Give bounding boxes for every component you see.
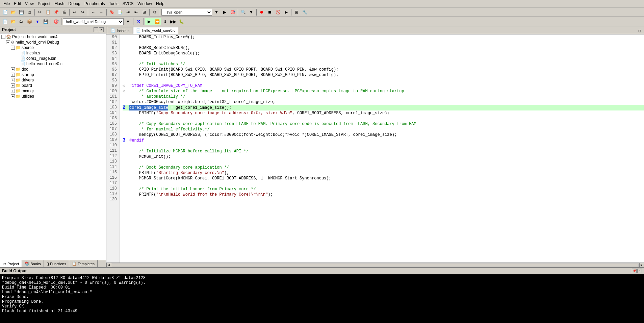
run-btn[interactable]: ▶ [282, 8, 290, 16]
toggle-btn[interactable]: ⊞ [140, 8, 148, 16]
code-line-96[interactable]: GPIO_PinInit(BOARD_SW1_GPIO, BOARD_SW1_G… [123, 67, 644, 72]
menu-svcs[interactable]: SVCS [121, 1, 136, 7]
code-line-115[interactable]: PRINTF("Starting Secondary core.\n"); [123, 170, 644, 176]
code-line-94[interactable] [123, 56, 644, 61]
group-btn[interactable]: 📦 [26, 18, 33, 25]
code-line-91[interactable] [123, 40, 644, 45]
save-btn[interactable]: 💾 [18, 8, 25, 16]
menu-debug[interactable]: Debug [67, 1, 82, 7]
tree-item-utilities[interactable]: +📁utilities [1, 94, 105, 99]
print-btn[interactable]: 🖨 [60, 8, 68, 16]
code-line-119[interactable]: PRINTF("\r\nHello World from the Primary… [123, 192, 644, 197]
code-line-113[interactable] [123, 159, 644, 165]
tree-item-debug[interactable]: −⚙hello_world_cm4 Debug [1, 40, 105, 45]
code-line-99[interactable]: ◁#ifdef CORE1_IMAGE_COPY_TO_RAM [123, 83, 644, 89]
tab-functions[interactable]: {} Functions [44, 260, 69, 267]
code-content[interactable]: BOARD_InitPins_Core0(); BOARD_BootClockR… [120, 34, 644, 203]
bookmark-btn[interactable]: 🔖 [108, 8, 115, 16]
code-line-93[interactable]: BOARD_InitDebugConsole(); [123, 51, 644, 56]
tab-core0[interactable]: 📄 hello_world_core0.c [133, 27, 178, 34]
menu-flash[interactable]: Flash [52, 1, 66, 7]
menu-tools[interactable]: Tools [107, 1, 121, 7]
build-btn[interactable]: ▶ [145, 18, 153, 25]
run2-btn[interactable]: ▶▶ [170, 18, 177, 25]
function-dropdown[interactable]: _sys_open [161, 9, 212, 16]
code-line-97[interactable]: GPIO_PinInit(BOARD_SW2_GPIO, BOARD_SW2_G… [123, 72, 644, 78]
tree-item-incbin[interactable]: 📄incbin.s [1, 50, 105, 56]
new2-btn[interactable]: 📄 [1, 18, 9, 25]
build-target-btn[interactable]: ⚒ [135, 18, 142, 25]
paste-btn[interactable]: 📌 [52, 8, 60, 16]
code-line-111[interactable]: /* Initialize MCMGR before calling its A… [123, 149, 644, 154]
tree-item-core0[interactable]: 📄hello_world_core0.c [1, 61, 105, 67]
menu-project[interactable]: Project [36, 1, 52, 7]
code-line-117[interactable] [123, 181, 644, 187]
scroll-right-btn[interactable]: ▶ [639, 263, 644, 268]
dropdown-go-btn[interactable]: ▼ [213, 8, 220, 16]
code-line-112[interactable]: MCMGR_Init(); [123, 154, 644, 159]
go-btn[interactable]: ▶ [221, 8, 228, 16]
tools-btn[interactable]: 🔧 [301, 8, 308, 16]
code-line-105[interactable] [123, 116, 644, 121]
record-btn[interactable]: ⏺ [258, 8, 265, 16]
tree-toggle-startup[interactable]: + [11, 73, 15, 77]
new-btn[interactable]: 📄 [1, 8, 9, 16]
scroll-left-btn[interactable]: ◀ [106, 263, 111, 268]
maximize-editor-btn[interactable]: ⊟ [637, 28, 643, 34]
menu-file[interactable]: File [1, 1, 12, 7]
code-line-101[interactable]: * automatically */ [123, 94, 644, 99]
save2-btn[interactable]: 💾 [42, 18, 49, 25]
tree-toggle-utilities[interactable]: + [11, 94, 15, 98]
tab-books[interactable]: 📚 Books [22, 260, 44, 267]
code-line-90[interactable]: BOARD_InitPins_Core0(); [123, 34, 644, 40]
code-line-106[interactable]: /* Copy Secondary core application from … [123, 121, 644, 127]
code-line-108[interactable]: memcpy(CORE1_BOOT_ADDRESS, ("color:#0000… [123, 132, 644, 138]
cancel-btn[interactable]: 🚫 [274, 8, 282, 16]
build-output-close-btn[interactable]: × [637, 269, 642, 273]
menu-window[interactable]: Window [135, 1, 154, 7]
open2-btn[interactable]: 📂 [9, 18, 17, 25]
indent-btn[interactable]: ⇥ [124, 8, 132, 16]
panel-close-btn[interactable]: × [99, 27, 104, 32]
tree-item-doc[interactable]: +📁doc [1, 67, 105, 72]
code-line-107[interactable]: * for maximal effectivity.*/ [123, 127, 644, 132]
group2-btn[interactable]: ▼ [34, 18, 41, 25]
debug-run-btn[interactable]: 🐛 [178, 18, 185, 25]
tree-toggle-drivers[interactable]: + [11, 78, 15, 82]
code-line-104[interactable]: PRINTF("Copy Secondary core image to add… [123, 110, 644, 116]
tab-templates[interactable]: 📋 Templates [69, 260, 98, 267]
menu-view[interactable]: View [23, 1, 36, 7]
code-line-118[interactable]: /* Print the initial banner from Primary… [123, 187, 644, 192]
code-line-120[interactable] [123, 197, 644, 203]
code-line-109[interactable]: 3#endif [123, 138, 644, 143]
tree-item-board[interactable]: +📁board [1, 83, 105, 88]
scroll-track[interactable] [112, 264, 639, 267]
tree-item-startup[interactable]: +📁startup [1, 72, 105, 77]
redo-btn[interactable]: ↪ [79, 8, 86, 16]
code-line-114[interactable]: /* Boot Secondary core application */ [123, 165, 644, 170]
workspace-btn[interactable]: 🗂 [18, 18, 25, 25]
forward-btn[interactable]: → [98, 8, 105, 16]
download-btn[interactable]: ⬇ [161, 18, 169, 25]
tree-item-source[interactable]: −📁source [1, 45, 105, 50]
bookmark2-btn[interactable]: 📑 [116, 8, 124, 16]
unindent-btn[interactable]: ⇤ [132, 8, 140, 16]
tree-item-mcmgr[interactable]: +📁mcmgr [1, 88, 105, 94]
tree-toggle-source[interactable]: − [11, 46, 15, 50]
tab-incbin[interactable]: 📄 incbin.s [108, 27, 132, 34]
search-btn[interactable]: 🔍 [239, 8, 247, 16]
search2-btn[interactable]: ▼ [248, 8, 255, 16]
code-line-102[interactable]: "color:#0000cc;font-weight:bold;">uint32… [123, 99, 644, 105]
layout-btn[interactable]: ⊞ [293, 8, 300, 16]
tree-item-core1img[interactable]: 📄core1_image.bin [1, 56, 105, 61]
undo-btn[interactable]: ↩ [71, 8, 78, 16]
tree-toggle-mcmgr[interactable]: + [11, 89, 15, 93]
tab-project[interactable]: 🗂 Project [0, 260, 22, 267]
tree-toggle-doc[interactable]: + [11, 67, 15, 71]
build2-btn[interactable]: ⏩ [153, 18, 161, 25]
tree-toggle-debug[interactable]: − [6, 40, 10, 44]
code-line-103[interactable]: 2 core1_image_size = get_core1_image_siz… [123, 105, 644, 110]
menu-peripherals[interactable]: Peripherals [82, 1, 107, 7]
build-output-pin-btn[interactable]: 📌 [632, 269, 637, 273]
code-line-100[interactable]: ◁ /* Calculate size of the image - not r… [123, 89, 644, 94]
